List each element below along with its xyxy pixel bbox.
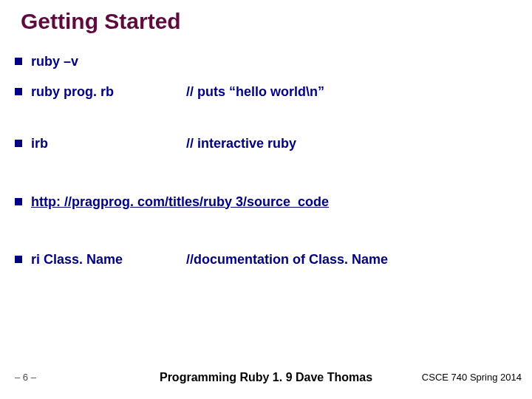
bullet-icon [15, 198, 22, 205]
bullet-item: ruby –v [15, 53, 517, 70]
slide-title: Getting Started [21, 9, 181, 34]
bullet-item: irb // interactive ruby [15, 135, 517, 152]
bullet-icon [15, 140, 22, 147]
bullet-item: ri Class. Name //documentation of Class.… [15, 251, 517, 268]
footer-right: CSCE 740 Spring 2014 [422, 372, 522, 383]
item-command: ri Class. Name [31, 251, 186, 268]
bullet-icon [15, 88, 22, 95]
item-comment: //documentation of Class. Name [186, 251, 388, 268]
bullet-item: ruby prog. rb // puts “hello world\n” [15, 83, 517, 100]
item-command: irb [31, 135, 186, 152]
slide-body: ruby –v ruby prog. rb // puts “hello wor… [15, 53, 517, 296]
item-comment: // puts “hello world\n” [186, 83, 324, 100]
item-link[interactable]: http: //pragprog. com/titles/ruby 3/sour… [31, 194, 329, 211]
bullet-item: http: //pragprog. com/titles/ruby 3/sour… [15, 194, 517, 211]
item-command: ruby prog. rb [31, 83, 186, 100]
bullet-icon [15, 256, 22, 263]
bullet-icon [15, 58, 22, 65]
item-command: ruby –v [31, 53, 186, 70]
item-comment: // interactive ruby [186, 135, 296, 152]
